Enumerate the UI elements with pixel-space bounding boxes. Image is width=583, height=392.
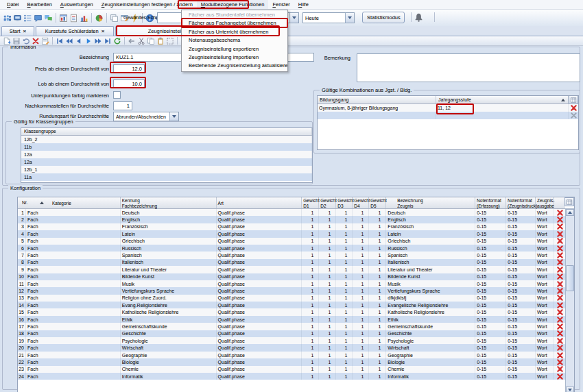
konfiguration-column-header[interactable]: Art [217,197,302,208]
copy-window-icon[interactable] [110,14,119,23]
delete-row-icon[interactable] [554,266,565,273]
pie-chart-icon[interactable] [95,14,104,23]
scrollbar-thumb[interactable] [566,265,574,291]
chat-icon[interactable] [34,14,43,23]
konfiguration-column-header[interactable]: GewichtD2 [319,197,336,208]
delete-row-icon[interactable] [554,273,565,280]
delete-row-icon[interactable] [554,223,565,230]
menu-item-5[interactable]: Zeugniseinstellung importieren [182,53,287,62]
delete-row-icon[interactable] [554,366,565,373]
delete-row-icon[interactable] [554,252,565,258]
rundungsart-select[interactable]: Abrunden/Abschneiden [113,112,179,121]
groups-icon[interactable] [23,14,32,23]
back-arrow-icon[interactable] [128,37,136,45]
delete-row-icon[interactable] [554,302,565,308]
konfiguration-row[interactable]: 4FachLateinQualif.phase11111Latein0-150-… [18,230,565,237]
messages-icon[interactable] [44,14,53,23]
bar-chart-icon[interactable] [80,14,88,23]
delete-row-icon[interactable] [569,104,578,112]
konfiguration-row[interactable]: 9FachLiteratur und TheaterQualif.phase11… [18,266,565,273]
nachkommastellen-input[interactable]: 1 [113,101,132,110]
nav-first-icon[interactable] [56,37,64,45]
konfiguration-row[interactable]: 5FachGriechischQualif.phase11111Griechis… [18,238,565,245]
menu-datei[interactable]: Datei [3,0,23,9]
close-icon[interactable]: × [102,28,105,34]
grid-settings-button[interactable] [564,197,574,206]
menu-auswertungen[interactable]: Auswertungen [56,0,97,9]
delete-row-icon[interactable] [554,358,565,365]
tab-0[interactable]: Start× [1,26,34,36]
preis-input[interactable]: 12,0 [113,64,145,73]
konfiguration-row[interactable]: 24FachInformatikQualif.phase11111Informa… [18,373,565,380]
copy-icon[interactable] [147,37,155,45]
delete-row-icon[interactable] [554,373,565,380]
konfiguration-row[interactable]: 15FachKatholische ReligionslehreQualif.p… [18,308,565,315]
konfiguration-row[interactable]: 2FachEnglischQualif.phase11111Englisch0-… [18,216,565,223]
menu-item-2[interactable]: Fächer aus Unterricht übernehmen [182,28,287,36]
konfiguration-row[interactable]: 23FachChemieQualif.phase11111Chemie0-150… [18,366,565,373]
edit-form-icon[interactable] [41,37,49,45]
konfiguration-row[interactable]: 8FachItalienischQualif.phase11111Italien… [18,259,565,266]
delete-row-icon[interactable] [554,280,565,287]
close-icon[interactable]: × [23,28,27,34]
chevron-down-icon[interactable] [289,13,298,23]
delete-row-icon[interactable] [554,295,565,302]
kombinationen-row[interactable] [318,112,578,119]
nav-forward-icon[interactable] [84,37,93,45]
konfiguration-column-header[interactable]: Zeugnis-ausgabe [536,197,554,208]
tab-1[interactable]: Kursstufe Schülerdaten× [36,26,114,36]
chevron-down-icon[interactable] [345,13,354,23]
lob-input[interactable]: 10,0 [113,79,145,88]
scroll-down-icon[interactable] [566,387,574,392]
konfiguration-column-header[interactable]: GewichtD5 [369,197,386,208]
paste-icon[interactable] [156,37,165,45]
konfiguration-row[interactable]: 21FachGeographieQualif.phase11111Geograp… [18,352,565,358]
menu-item-4[interactable]: Zeugniseinstellung exportieren [182,45,287,53]
menu-fenster[interactable]: Fenster [268,0,294,9]
konfiguration-row[interactable]: 22FachBiologieQualif.phase11111Biologie0… [18,358,565,365]
report-chart-icon[interactable] [69,14,78,23]
nav-back-icon[interactable] [75,37,83,45]
delete-row-icon[interactable] [554,209,565,216]
select-icon[interactable] [166,37,174,45]
delete-row-icon[interactable] [554,344,565,351]
delete-row-icon[interactable] [554,230,565,237]
klassengruppen-row[interactable]: 12a [21,158,312,166]
unterpunktungen-checkbox[interactable] [113,91,121,99]
menu-item-1[interactable]: Fächer aus Fachangebot übernehmen [182,19,287,27]
klassengruppen-row[interactable]: 12b_1 [21,166,312,173]
date-select[interactable]: Heute [302,12,355,23]
report-table-icon[interactable] [59,14,68,23]
students-icon[interactable] [3,14,12,23]
klassengruppen-row[interactable]: 12a [21,151,312,158]
konfiguration-column-header[interactable]: Nr. [18,197,26,208]
delete-row-icon[interactable] [554,259,565,266]
scroll-up-icon[interactable] [566,209,574,216]
bemerkung-textarea[interactable] [357,53,580,82]
konfiguration-header[interactable]: Nr. KategorieKennungFachbezeichnungArtGe… [18,197,565,209]
konfiguration-row[interactable]: 20FachWirtschaftQualif.phase11111Wirtsch… [18,344,565,351]
konfiguration-row[interactable]: 1FachDeutschQualif.phase11111Deutsch0-15… [18,209,565,216]
konfiguration-column-header[interactable]: Kategorie [26,197,121,208]
new-record-icon[interactable] [3,37,11,45]
delete-record-icon[interactable] [32,37,40,45]
konfiguration-row[interactable]: 18FachGeschichteQualif.phase11111Geschic… [18,330,565,337]
klassengruppen-row[interactable]: 12b_2 [21,136,312,143]
konfiguration-column-header[interactable]: BezeichnungZeugnis [386,197,475,208]
konfiguration-row[interactable]: 19FachPsychologieQualif.phase11111Psycho… [18,337,565,344]
konfiguration-row[interactable]: 3FachFranzösischQualif.phase11111Französ… [18,223,565,230]
delete-row-icon[interactable] [554,238,565,245]
menu-bearbeiten[interactable]: Bearbeiten [23,0,56,9]
delete-row-icon[interactable] [569,112,578,119]
nav-last-icon[interactable] [104,37,112,45]
vertical-scrollbar[interactable] [565,208,575,392]
undo-icon[interactable] [22,37,30,45]
statistik-button[interactable]: Statistikmodus [362,12,405,23]
save-icon[interactable] [12,37,21,45]
delete-row-icon[interactable] [554,245,565,252]
kombinationen-row[interactable]: Gymnasium, 8-jähriger Bildungsgang 11, 1… [318,104,578,112]
konfiguration-row[interactable]: 7FachSpanischQualif.phase11111Spanisch0-… [18,252,565,258]
delete-row-icon[interactable] [554,337,565,344]
konfiguration-column-header[interactable]: KennungFachbezeichnung [121,197,217,208]
grid-settings-button[interactable] [569,95,578,104]
